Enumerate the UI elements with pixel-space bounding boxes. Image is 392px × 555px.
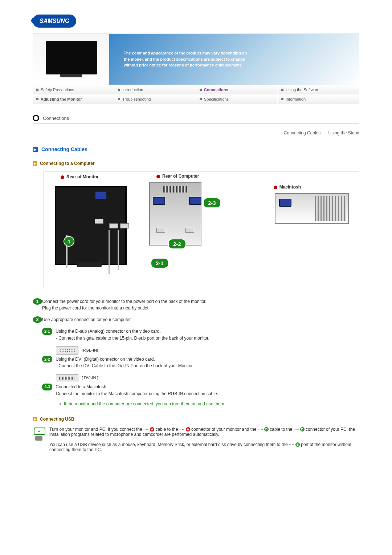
dvi-port-icon	[56, 374, 78, 382]
section-title: Connecting Cables	[41, 146, 87, 152]
callout-2-3: 2-3	[203, 198, 221, 208]
pill-2-2: 2-2	[42, 356, 52, 363]
tab-using-the-software[interactable]: Using the Software	[278, 85, 359, 94]
tab-safety-precautions[interactable]: Safety Precautions	[33, 85, 114, 94]
connection-diagram: Rear of Monitor Rear of Computer Macinto…	[44, 171, 359, 288]
breadcrumb-label: Connections	[43, 116, 69, 121]
tab-information[interactable]: Information	[278, 94, 359, 104]
nav-row-2: Adjusting the Monitor Troubleshooting Sp…	[33, 94, 359, 104]
subsection-title-usb: Connecting USB	[40, 417, 74, 422]
callout-2-1: 2-1	[151, 258, 169, 268]
step-2-1: 2-1 Using the D-sub (Analog) connector o…	[42, 328, 359, 355]
vga-port-icon	[153, 197, 165, 205]
diagram-macintosh	[275, 193, 349, 224]
usb-check-icon	[33, 428, 46, 441]
diagram-monitor-stand	[77, 262, 102, 267]
tab-adjusting-the-monitor[interactable]: Adjusting the Monitor	[33, 94, 114, 104]
bullet-icon: ▶	[33, 161, 37, 166]
step-2-text: Use appropriate connection for your comp…	[42, 316, 359, 323]
step-number-2: 2	[33, 316, 42, 323]
hero-disclaimer: The color and appearance of the product …	[109, 50, 262, 68]
breadcrumb: Connections	[33, 115, 359, 124]
bullet-icon: ▶	[33, 417, 37, 421]
step-number-1: 1	[33, 298, 42, 305]
connection-note: If the monitor and the computer are conn…	[59, 401, 359, 407]
hero-product-image	[33, 34, 109, 85]
dvi-port-icon	[185, 228, 194, 233]
subsection-heading-computer: ▶ Connecting to a Computer	[33, 161, 359, 166]
subnav-using-the-stand[interactable]: Using the Stand	[328, 130, 359, 135]
label-rear-computer: Rear of Computer	[156, 174, 199, 179]
dvi-port-icon	[156, 228, 165, 233]
subsection-title: Connecting to a Computer	[40, 161, 95, 166]
step-2-3: 2-3 Connected to a Macintosh. Connect th…	[42, 384, 359, 397]
breadcrumb-icon	[33, 115, 39, 121]
label-rear-monitor: Rear of Monitor	[61, 174, 99, 179]
step-2-2: 2-2 Using the DVI (Digital) connector on…	[42, 356, 359, 382]
section-heading: ▶ Connecting Cables	[33, 146, 359, 152]
tab-connections[interactable]: Connections	[196, 85, 278, 94]
usb-a-icon: ⎓↔A	[179, 427, 190, 432]
dvi-port-icon	[120, 223, 129, 228]
label-macintosh: Macintosh	[274, 185, 301, 190]
vga-port-icon	[95, 191, 107, 199]
usb-b-icon: ⎓↔B	[258, 427, 269, 432]
diagram-pc-rear	[149, 182, 201, 246]
rgb-port-icon	[56, 347, 78, 355]
nav-row-1: Safety Precautions Introduction Connecti…	[33, 85, 359, 94]
subnav-connecting-cables[interactable]: Connecting Cables	[284, 130, 320, 135]
usb-b-icon: ⎓↔B	[294, 427, 305, 432]
tab-introduction[interactable]: Introduction	[114, 85, 196, 94]
tab-troubleshooting[interactable]: Troubleshooting	[114, 94, 196, 104]
usb-a-icon: ⎓↔A	[143, 427, 154, 432]
vga-port-icon	[189, 197, 201, 205]
step-1-text: Connect the power cord for your monitor …	[42, 298, 359, 311]
usb-paragraph-1: Turn on your monitor and PC. If you conn…	[49, 427, 359, 452]
hero-banner: The color and appearance of the product …	[33, 33, 359, 85]
callout-2-2: 2-2	[168, 239, 186, 249]
dvi-port-icon	[109, 223, 118, 228]
dvi-port-icon	[95, 219, 103, 224]
usb-b-icon: ⎓↔B	[289, 442, 300, 447]
sub-navigation: Connecting Cables Using the Stand	[33, 130, 359, 135]
vga-port-icon	[279, 199, 291, 207]
dvi-in-label: [ DVI-IN ]	[82, 376, 98, 380]
rgb-in-label: [RGB-IN]	[82, 348, 98, 352]
subsection-heading-usb: ▶ Connecting USB	[33, 417, 359, 422]
usb-paragraph-2: You can use a USB device such as a mouse…	[49, 442, 351, 452]
cable-icon	[118, 230, 119, 270]
brand-logo: SAMSUNG	[33, 15, 76, 28]
cable-icon	[109, 230, 110, 274]
pill-2-3: 2-3	[42, 384, 52, 390]
tab-specifications[interactable]: Specifications	[196, 94, 278, 104]
pill-2-1: 2-1	[42, 328, 52, 335]
arrow-icon: ▶	[33, 147, 38, 152]
